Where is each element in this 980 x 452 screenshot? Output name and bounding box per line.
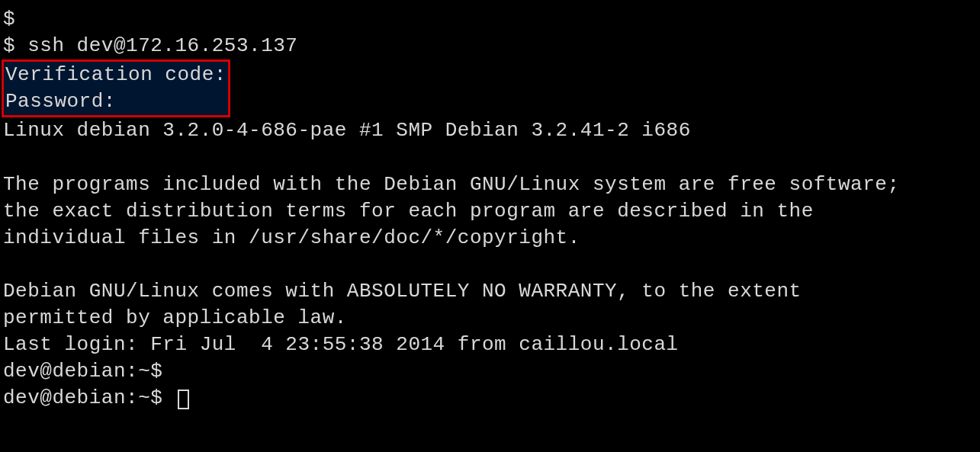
password-prompt: Password:	[5, 88, 227, 115]
shell-prompt-2[interactable]: dev@debian:~$	[3, 385, 977, 412]
shell-prompt-1: dev@debian:~$	[3, 358, 977, 385]
blank-line	[3, 252, 977, 278]
shell-prompt-text: dev@debian:~$	[3, 386, 175, 409]
ssh-command: $ ssh dev@172.16.253.137	[3, 33, 977, 59]
blank-line	[3, 144, 977, 171]
motd-line-5: permitted by applicable law.	[3, 305, 977, 332]
prompt-line: $	[3, 6, 977, 33]
kernel-line: Linux debian 3.2.0-4-686-pae #1 SMP Debi…	[3, 117, 977, 144]
motd-line-4: Debian GNU/Linux comes with ABSOLUTELY N…	[3, 278, 977, 305]
motd-line-3: individual files in /usr/share/doc/*/cop…	[3, 225, 977, 252]
motd-line-1: The programs included with the Debian GN…	[3, 172, 977, 198]
verification-code-prompt: Verification code:	[5, 62, 227, 88]
terminal-output[interactable]: $ $ ssh dev@172.16.253.137 Verification …	[3, 6, 977, 412]
last-login-line: Last login: Fri Jul 4 23:55:38 2014 from…	[3, 332, 977, 358]
auth-highlight-box: Verification code: Password:	[2, 59, 230, 117]
motd-line-2: the exact distribution terms for each pr…	[3, 198, 977, 225]
cursor-icon	[178, 389, 189, 409]
